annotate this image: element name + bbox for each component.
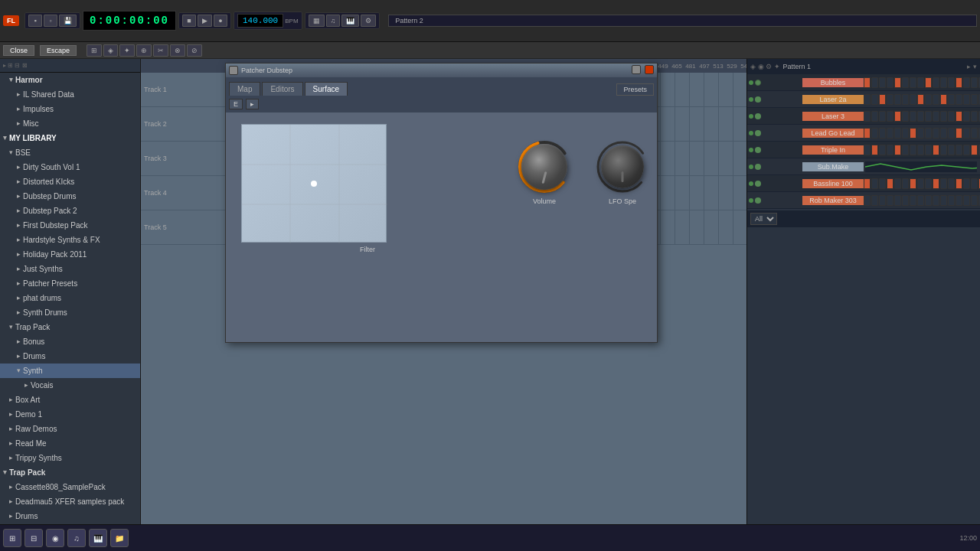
subbass-pattern[interactable]	[865, 161, 977, 172]
channel-filter-select[interactable]: All	[750, 213, 777, 225]
open-btn[interactable]: ▫	[44, 15, 57, 27]
sidebar-item-cassette808[interactable]: Cassette808_SamplePack	[0, 480, 140, 494]
mode-btn1[interactable]: ▦	[309, 15, 325, 27]
lfo-knob[interactable]	[601, 145, 644, 188]
mode-toolbar: ▦ ♫ 🎹 ⚙	[305, 12, 381, 29]
play-btn[interactable]: ▶	[198, 15, 212, 27]
volume-knob[interactable]	[521, 144, 567, 190]
ch-dot2-laser3	[755, 113, 761, 119]
timeline-mark: 529	[725, 63, 739, 70]
tool-btn6[interactable]: ⊗	[170, 44, 185, 57]
ch-dot2-lead	[755, 130, 761, 136]
taskbar-btn-start[interactable]: ⊞	[3, 529, 21, 547]
taskbar-btn-3[interactable]: ◉	[46, 529, 64, 547]
patcher-presets-icon	[17, 278, 21, 289]
tool-btn5[interactable]: ✂	[153, 44, 168, 57]
e-button[interactable]: E	[229, 99, 243, 109]
sidebar-item-trap-pack2[interactable]: Trap Pack	[0, 465, 140, 480]
ch-dot-laser3	[749, 114, 753, 119]
mode-btn3[interactable]: 🎹	[341, 15, 359, 27]
record-btn[interactable]: ●	[214, 15, 227, 27]
pattern-steps-lead	[864, 128, 980, 139]
pattern-steps-robmaker	[864, 195, 980, 206]
sidebar-item-just-synths[interactable]: Just Synths	[0, 262, 140, 276]
tool-btn3[interactable]: ✦	[119, 44, 135, 57]
sidebar-item-first-dubstep[interactable]: First Dubstep Pack	[0, 218, 140, 233]
patcher-close-btn[interactable]	[645, 65, 654, 74]
ch-name-lead[interactable]: Lead Go Lead	[802, 129, 864, 138]
tool-btn7[interactable]: ⊘	[187, 44, 202, 57]
escape-button[interactable]: Escape	[40, 45, 77, 56]
ch-name-robmaker[interactable]: Rob Maker 303	[802, 196, 864, 205]
tool-btn4[interactable]: ⊕	[136, 44, 152, 57]
sidebar-item-read-me[interactable]: Read Me	[0, 436, 140, 451]
sidebar-item-dubstep-pack2[interactable]: Dubstep Pack 2	[0, 204, 140, 218]
stop-btn[interactable]: ■	[182, 15, 196, 27]
ch-dot2-robmaker	[755, 197, 761, 204]
hardstyle-icon	[17, 234, 21, 246]
ch-name-drop[interactable]: Triple In	[802, 145, 864, 155]
sidebar-item-trap-pack[interactable]: Trap Pack	[0, 320, 140, 334]
new-btn[interactable]: ▪	[28, 15, 42, 27]
ch-name-laser2a[interactable]: Laser 2a	[802, 95, 864, 104]
sidebar-item-my-library[interactable]: MY LIBRARY	[0, 131, 140, 145]
sidebar-item-phat-drums[interactable]: phat drums	[0, 291, 140, 305]
filter-container: Filter	[241, 124, 494, 253]
synth-icon	[17, 365, 21, 377]
tab-map[interactable]: Map	[229, 82, 260, 96]
sidebar-item-holiday-pack[interactable]: Holiday Pack 2011	[0, 247, 140, 262]
taskbar-btn-5[interactable]: 🎹	[89, 529, 107, 547]
mode-btn4[interactable]: ⚙	[361, 15, 376, 27]
bonus-icon	[17, 336, 21, 347]
tool-btn2[interactable]: ◈	[103, 44, 118, 57]
patcher-minimize-btn[interactable]	[229, 66, 238, 75]
channel-row-bubbles: Bubbles	[747, 74, 980, 91]
lfo-label: LFO Spe	[609, 197, 636, 205]
sidebar-item-distorted-kicks[interactable]: Distorted KIcks	[0, 174, 140, 189]
sidebar-item-harmor[interactable]: Harmor	[0, 73, 140, 87]
sidebar-item-drums2[interactable]: Drums	[0, 509, 140, 523]
close-button[interactable]: Close	[3, 45, 34, 56]
ch-name-laser3[interactable]: Laser 3	[802, 112, 864, 121]
file-toolbar: ▪ ▫ 💾	[24, 12, 80, 29]
sidebar-item-il-shared[interactable]: IL Shared Data	[0, 87, 140, 102]
sidebar-item-bonus[interactable]: Bonus	[0, 334, 140, 349]
ch-name-subbass[interactable]: Sub.Make	[802, 162, 864, 171]
channel-row-bassline: Bassline 100	[747, 175, 980, 192]
sidebar-item-box-art[interactable]: Box Art	[0, 393, 140, 407]
ch-name-bubbles[interactable]: Bubbles	[802, 78, 864, 87]
sidebar-item-deadmau5[interactable]: Deadmau5 XFER samples pack	[0, 494, 140, 509]
raw-demos-icon	[9, 423, 13, 435]
sidebar-item-demo1[interactable]: Demo 1	[0, 407, 140, 422]
sidebar-item-trippy-synths[interactable]: Trippy Synths	[0, 451, 140, 465]
sidebar-item-synth-drums[interactable]: Synth Drums	[0, 305, 140, 320]
sidebar-item-dubstep-drums[interactable]: Dubstep Drums	[0, 189, 140, 204]
sidebar-item-synth[interactable]: Synth	[0, 364, 140, 378]
sidebar-item-vocals[interactable]: Vocais	[0, 378, 140, 393]
il-shared-folder-icon	[17, 89, 21, 100]
tab-surface[interactable]: Surface	[305, 82, 348, 96]
tool-btn1[interactable]: ⊞	[87, 44, 102, 57]
sidebar-item-bse[interactable]: BSE	[0, 145, 140, 160]
sidebar-item-misc[interactable]: Misc	[0, 116, 140, 131]
taskbar-btn-4[interactable]: ♫	[67, 529, 86, 547]
sidebar-item-dirty-south[interactable]: Dirty South Vol 1	[0, 160, 140, 174]
sidebar-item-patcher-presets[interactable]: Patcher Presets	[0, 276, 140, 291]
sidebar-item-impulses[interactable]: Impulses	[0, 102, 140, 116]
filter-area[interactable]	[241, 124, 387, 243]
save-btn[interactable]: 💾	[59, 15, 77, 27]
ch-dot-robmaker	[749, 198, 753, 203]
taskbar-btn-6[interactable]: 📁	[110, 529, 129, 547]
volume-knob-arc	[517, 139, 572, 194]
arrow-button[interactable]: ▸	[246, 99, 259, 109]
sidebar-item-hardstyle[interactable]: Hardstyle Synths & FX	[0, 233, 140, 247]
ch-name-bassline[interactable]: Bassline 100	[802, 179, 864, 188]
mode-btn2[interactable]: ♫	[326, 15, 341, 27]
presets-button[interactable]: Presets	[616, 83, 654, 96]
sidebar-item-raw-demos[interactable]: Raw Demos	[0, 422, 140, 436]
volume-knob-container: Volume	[517, 139, 572, 205]
patcher-max-btn[interactable]	[632, 65, 641, 74]
sidebar-item-drums[interactable]: Drums	[0, 349, 140, 364]
taskbar-btn-2[interactable]: ⊟	[24, 529, 43, 547]
tab-editors[interactable]: Editors	[262, 82, 302, 96]
